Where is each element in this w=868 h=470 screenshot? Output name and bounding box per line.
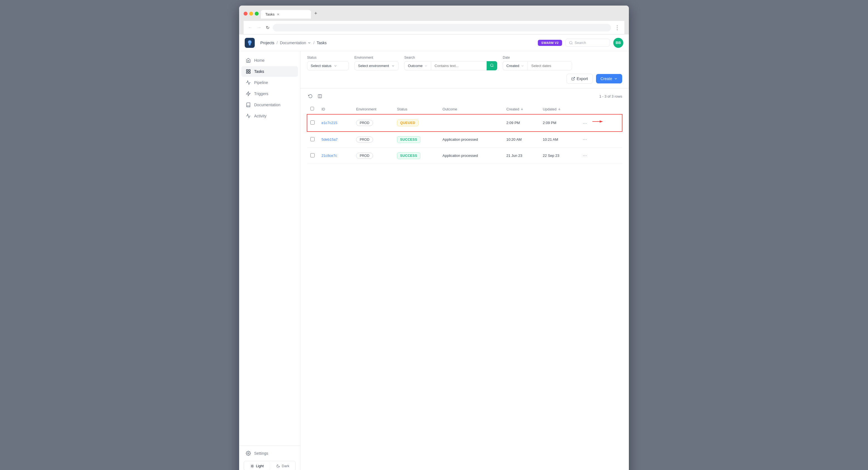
svg-line-19 [572, 77, 574, 79]
id-sort[interactable]: ID [321, 107, 349, 111]
date-type-select[interactable]: Created [503, 61, 528, 70]
browser-more-button[interactable]: ⋮ [613, 23, 621, 32]
sidebar-item-activity[interactable]: Activity [241, 111, 298, 121]
create-button[interactable]: Create [596, 74, 622, 83]
export-button[interactable]: Export [566, 74, 593, 84]
search-icon [569, 41, 573, 45]
table-controls [307, 93, 323, 100]
search-type-value: Outcome [408, 64, 423, 68]
th-environment: Environment [353, 104, 394, 114]
row-checkbox-1[interactable] [310, 137, 315, 141]
new-tab-button[interactable]: + [312, 8, 319, 19]
breadcrumb-projects[interactable]: Projects [260, 41, 275, 45]
row-created-cell: 21 Jun 23 [503, 148, 539, 164]
home-icon [246, 58, 251, 63]
tab-close-button[interactable]: ✕ [277, 12, 279, 16]
content-area: Status Select status Environment Select … [300, 51, 629, 470]
row-id-cell: 21c8ce7c [318, 148, 353, 164]
app-logo [245, 38, 255, 48]
row-id-link[interactable]: 21c8ce7c [321, 154, 337, 158]
swarm-badge: SWARM V2 [538, 40, 562, 46]
row-status-cell: SUCCESS [394, 132, 439, 148]
chevron-down-icon5 [614, 77, 618, 81]
env-badge: PROD [356, 153, 373, 159]
search-go-icon [490, 63, 494, 67]
search-type-select[interactable]: Outcome [404, 61, 431, 70]
sidebar-item-documentation[interactable]: Documentation [241, 100, 298, 110]
refresh-table-button[interactable] [307, 93, 314, 100]
dark-theme-button[interactable]: Dark [270, 461, 296, 470]
status-filter-value: Select status [311, 64, 331, 68]
browser-tab[interactable]: Tasks ✕ [261, 10, 311, 19]
header-row: ID Environment Status [307, 104, 622, 114]
row-action-cell: ··· [577, 114, 622, 132]
create-label: Create [600, 76, 612, 81]
svg-line-11 [251, 465, 251, 465]
sidebar-item-home[interactable]: Home [241, 55, 298, 66]
forward-button[interactable]: → [256, 24, 262, 31]
close-window-button[interactable] [244, 12, 247, 15]
row-more-button[interactable]: ··· [581, 152, 589, 160]
row-count: 1 - 3 of 3 rows [599, 94, 622, 98]
row-updated-cell: 22 Sep 23 [539, 148, 577, 164]
minimize-window-button[interactable] [249, 12, 253, 15]
table-row: e1c7c215 PROD QUEUED 2:09 PM 2:09 PM ··· [307, 114, 622, 132]
header-search[interactable]: Search [565, 39, 610, 47]
url-bar[interactable] [273, 24, 611, 31]
browser-tabs: Tasks ✕ + [261, 8, 319, 19]
settings-icon [246, 451, 251, 456]
environment-filter-select[interactable]: Select environment [354, 61, 399, 70]
row-checkbox-0[interactable] [310, 121, 315, 125]
updated-sort[interactable]: Updated [543, 107, 574, 111]
row-created-cell: 10:20 AM [503, 132, 539, 148]
filters-actions: Export Create [307, 74, 622, 84]
maximize-window-button[interactable] [255, 12, 259, 15]
th-updated: Updated [539, 104, 577, 114]
row-more-button[interactable]: ··· [581, 119, 589, 127]
filters-row: Status Select status Environment Select … [307, 56, 622, 70]
refresh-button[interactable]: ↻ [265, 24, 271, 31]
created-sort[interactable]: Created [506, 107, 536, 111]
avatar: BB [613, 38, 623, 48]
svg-point-7 [248, 453, 249, 454]
row-more-button[interactable]: ··· [581, 135, 589, 143]
theme-toggle: Light Dark [244, 461, 296, 470]
date-input[interactable] [528, 61, 572, 70]
light-theme-label: Light [256, 464, 264, 468]
app-container: Projects / Documentation / Tasks SWARM V… [239, 34, 629, 470]
table-header: ID Environment Status [307, 104, 622, 114]
sidebar-item-triggers[interactable]: Triggers [241, 89, 298, 99]
light-theme-button[interactable]: Light [244, 462, 270, 470]
row-env-cell: PROD [353, 114, 394, 132]
breadcrumb: Projects / Documentation / Tasks [260, 41, 538, 45]
sidebar-item-tasks[interactable]: Tasks [241, 66, 298, 77]
sidebar-tasks-label: Tasks [254, 69, 264, 74]
search-go-button[interactable] [487, 61, 497, 70]
th-created: Created [503, 104, 539, 114]
chevron-down-icon [334, 64, 337, 68]
select-all-checkbox[interactable] [310, 107, 314, 110]
row-status-cell: SUCCESS [394, 148, 439, 164]
svg-rect-3 [249, 70, 250, 71]
svg-rect-5 [249, 72, 250, 73]
sidebar-item-pipeline[interactable]: Pipeline [241, 77, 298, 88]
sort-desc-icon [558, 107, 561, 111]
breadcrumb-documentation[interactable]: Documentation [280, 41, 311, 45]
sidebar-item-settings[interactable]: Settings [241, 448, 298, 459]
row-id-link[interactable]: e1c7c215 [321, 121, 337, 125]
breadcrumb-sep2: / [313, 41, 315, 45]
status-filter-label: Status [307, 56, 349, 60]
sidebar-home-label: Home [254, 58, 265, 63]
row-status-cell: QUEUED [394, 114, 439, 132]
row-id-link[interactable]: 5deb15a7 [321, 137, 338, 141]
back-button[interactable]: ← [247, 24, 254, 31]
row-checkbox-2[interactable] [310, 153, 315, 158]
sidebar-documentation-label: Documentation [254, 103, 280, 107]
chevron-down-icon3 [424, 64, 428, 68]
sidebar-activity-label: Activity [254, 114, 267, 118]
filters-bar: Status Select status Environment Select … [300, 51, 629, 89]
search-input[interactable] [431, 61, 487, 70]
status-filter-select[interactable]: Select status [307, 61, 349, 70]
browser-window: Tasks ✕ + ← → ↻ ⋮ Projects [239, 6, 629, 470]
columns-toggle-button[interactable] [316, 93, 323, 100]
